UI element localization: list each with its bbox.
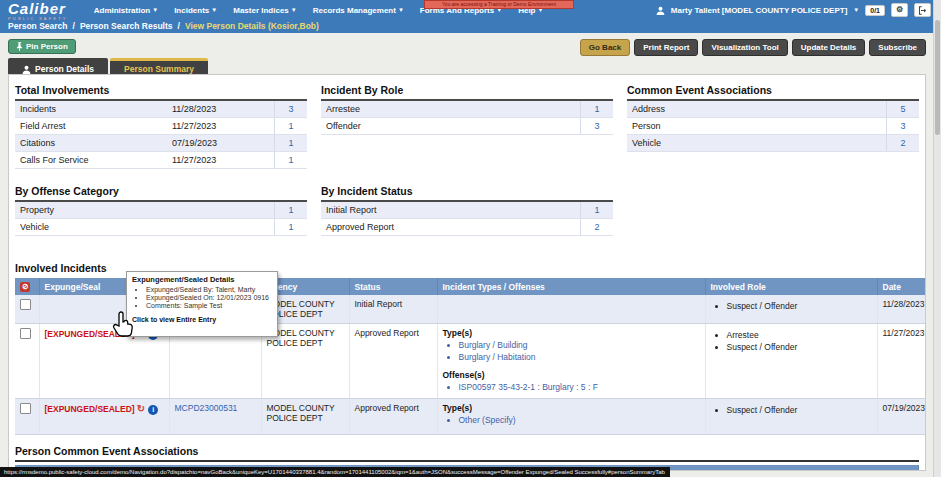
- subscribe-button[interactable]: Subscribe: [869, 39, 926, 56]
- settings-gear-icon[interactable]: ⚙: [891, 3, 908, 17]
- count-link[interactable]: 2: [886, 135, 919, 151]
- stat-row: Property1: [15, 202, 307, 219]
- by-offense-category-panel: By Offense Category Property1 Vehicle1: [15, 183, 307, 236]
- print-report-button[interactable]: Print Report: [634, 39, 698, 56]
- update-details-button[interactable]: Update Details: [792, 39, 866, 56]
- chevron-down-icon: ▼: [291, 7, 297, 13]
- stat-row: Address5: [627, 101, 919, 118]
- app-window: Caliber PUBLIC SAFETY Administration▼ In…: [0, 0, 941, 477]
- count-link[interactable]: 1: [274, 152, 307, 168]
- count-link[interactable]: 3: [580, 118, 613, 134]
- tooltip-footer: Click to view Entire Entry: [132, 316, 272, 323]
- breadcrumb-person-search[interactable]: Person Search: [8, 21, 75, 31]
- count-link[interactable]: 3: [274, 101, 307, 117]
- visualization-tool-button[interactable]: Visualization Tool: [702, 39, 787, 56]
- pcea-title: Person Common Event Associations: [15, 445, 919, 462]
- breadcrumb: Person Search Person Search Results View…: [0, 18, 941, 33]
- person-icon: [22, 65, 31, 74]
- count-link[interactable]: 1: [274, 118, 307, 134]
- mouse-cursor-hand-icon: [112, 309, 136, 339]
- expunged-sealed-label: [EXPUNGED/SEALED]: [45, 404, 135, 414]
- count-link[interactable]: 3: [886, 118, 919, 134]
- breadcrumb-person-search-results[interactable]: Person Search Results: [80, 21, 180, 31]
- col-count: Count: [667, 465, 919, 471]
- stat-row: Offender3: [321, 118, 613, 135]
- user-name[interactable]: Marty Tallent [MODEL COUNTY POLICE DEPT]: [671, 6, 847, 15]
- stat-row: Initial Report1: [321, 202, 613, 219]
- expungement-tooltip: Expungement/Sealed Details Expunged/Seal…: [126, 271, 278, 337]
- menu-administration[interactable]: Administration▼: [94, 6, 158, 15]
- count-link[interactable]: 1: [580, 101, 613, 117]
- expunge-header-icon: ⊘: [20, 282, 30, 292]
- common-event-associations-panel: Common Event Associations Address5 Perso…: [627, 82, 919, 169]
- total-involvements-panel: Total Involvements Incidents11/28/20233 …: [15, 82, 307, 169]
- chevron-down-icon: ▼: [211, 7, 217, 13]
- pin-icon: [16, 42, 23, 51]
- count-link[interactable]: 1: [580, 202, 613, 218]
- chevron-down-icon: ▼: [398, 7, 404, 13]
- panel-title: Incident By Role: [321, 82, 613, 101]
- incident-row: [EXPUNGED/SEALED]↻i MCPD23000531 MODEL C…: [15, 399, 925, 435]
- row-checkbox[interactable]: [20, 299, 31, 310]
- panel-title: By Offense Category: [15, 183, 307, 202]
- col-incident-types: Incident Types / Offenses: [437, 278, 705, 295]
- stat-row: Incidents11/28/20233: [15, 101, 307, 118]
- vertical-scrollbar[interactable]: [933, 0, 941, 477]
- stat-row: Field Arrest11/27/20231: [15, 118, 307, 135]
- environment-banner: You are accessing a Training or Demo Env…: [424, 0, 574, 9]
- stat-row: Arrestee1: [321, 101, 613, 118]
- col-involved-role: Involved Role: [705, 278, 877, 295]
- incident-by-role-panel: Incident By Role Arrestee1 Offender3: [321, 82, 613, 169]
- menu-master-indices[interactable]: Master Indices▼: [233, 6, 297, 15]
- count-link[interactable]: 1: [274, 135, 307, 151]
- breadcrumb-view-person-details: View Person Details (Kosior,Bob): [185, 21, 319, 31]
- chevron-down-icon[interactable]: ▼: [853, 7, 859, 13]
- count-link[interactable]: 5: [886, 101, 919, 117]
- count-link[interactable]: 1: [274, 219, 307, 235]
- panel-title: Total Involvements: [15, 82, 307, 101]
- stat-row: Vehicle1: [15, 219, 307, 236]
- user-icon: [656, 6, 665, 15]
- stat-row: Citations07/19/20231: [15, 135, 307, 152]
- pin-person-button[interactable]: Pin Person: [8, 39, 76, 54]
- row-checkbox[interactable]: [20, 403, 31, 414]
- logo-subtext: PUBLIC SAFETY: [8, 17, 68, 21]
- col-date: Date: [877, 278, 925, 295]
- tooltip-title: Expungement/Sealed Details: [132, 275, 272, 284]
- session-counter-button[interactable]: 0/1: [865, 5, 885, 16]
- browser-status-bar: https://rmsdemo.public-safety-cloud.com/…: [0, 467, 670, 477]
- menu-records-management[interactable]: Records Management▼: [313, 6, 404, 15]
- by-incident-status-panel: By Incident Status Initial Report1 Appro…: [321, 183, 613, 236]
- stat-row: Calls For Service11/27/20231: [15, 152, 307, 169]
- logo-text: Caliber: [8, 1, 68, 16]
- stat-row: Person3: [627, 118, 919, 135]
- logout-icon[interactable]: [914, 3, 931, 17]
- count-link[interactable]: 1: [274, 202, 307, 218]
- panel-title: Common Event Associations: [627, 82, 919, 101]
- stat-row: Approved Report2: [321, 219, 613, 236]
- stat-row: Vehicle2: [627, 135, 919, 152]
- info-icon[interactable]: i: [148, 405, 158, 415]
- menu-incidents[interactable]: Incidents▼: [174, 6, 217, 15]
- col-status: Status: [349, 278, 437, 295]
- toolbar: Pin Person Go Back Print Report Visualiz…: [8, 39, 926, 56]
- scrollbar-thumb[interactable]: [935, 20, 940, 135]
- panel-title: By Incident Status: [321, 183, 613, 202]
- row-checkbox[interactable]: [20, 328, 31, 339]
- caliber-logo: Caliber PUBLIC SAFETY: [8, 1, 68, 21]
- chevron-down-icon: ▼: [152, 7, 158, 13]
- incident-number-link[interactable]: MCPD23000531: [175, 403, 238, 413]
- refresh-icon[interactable]: ↻: [137, 403, 145, 414]
- go-back-button[interactable]: Go Back: [580, 39, 630, 56]
- count-link[interactable]: 2: [580, 219, 613, 235]
